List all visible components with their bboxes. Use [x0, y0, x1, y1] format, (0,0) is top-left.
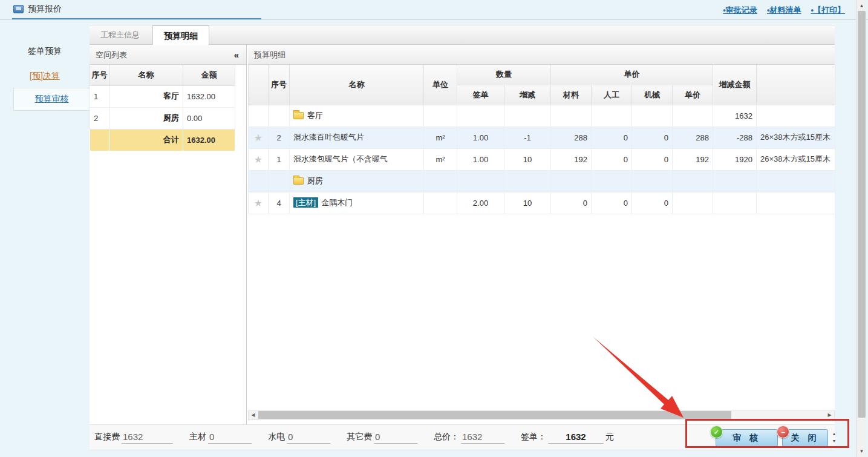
budget-detail-panel: 预算明细 序号 名称 单位 数量 单价 增减金额	[248, 45, 835, 424]
scroll-right-icon[interactable]: ▶	[825, 410, 834, 419]
group-name: 客厅	[307, 111, 323, 120]
approve-button[interactable]: ✓ 审 核	[716, 429, 778, 447]
main-material-label: 主材	[189, 432, 206, 444]
scroll-left-icon[interactable]: ◀	[249, 410, 258, 419]
space-no: 2	[90, 107, 109, 129]
sidebar-item-budget-review[interactable]: 预算审核	[13, 88, 90, 111]
spinner-up-icon[interactable]: ▲	[830, 430, 838, 438]
item-sign-qty: 1.00	[457, 148, 504, 170]
space-amount: 1632.00	[183, 85, 235, 107]
sidebar: 签单预算 [预]决算 预算审核	[0, 21, 90, 457]
col-unit-price: 单价	[673, 85, 713, 105]
scroll-down-icon[interactable]: ▼	[857, 447, 867, 456]
star-icon[interactable]: ★	[249, 127, 269, 148]
check-icon: ✓	[710, 426, 723, 438]
item-adjust-amount	[713, 192, 757, 214]
vertical-scrollbar[interactable]: ▲ ▼	[856, 0, 866, 457]
space-amount: 0.00	[183, 107, 235, 129]
item-labor: 0	[592, 148, 632, 170]
detail-header-row-1: 序号 名称 单位 数量 单价 增减金额	[249, 65, 835, 85]
tab-bar: 工程主信息 预算明细	[90, 25, 835, 45]
title-underline	[12, 18, 261, 19]
utilities-value: 0	[287, 432, 330, 444]
app-icon	[13, 5, 24, 13]
item-adjust-qty: 10	[504, 148, 551, 170]
item-sign-qty: 2.00	[457, 192, 504, 214]
utilities-field: 水电 0	[268, 432, 330, 444]
item-unit-price: 192	[673, 148, 713, 170]
space-no: 1	[90, 85, 109, 107]
item-adjust-amount: -288	[713, 127, 757, 148]
tab-budget-detail[interactable]: 预算明细	[152, 25, 209, 45]
material-list-link[interactable]: •材料清单	[767, 5, 801, 16]
total-price-field: 总价： 1632	[434, 432, 504, 444]
direct-fee-label: 直接费	[94, 432, 120, 444]
fee-summary: 直接费 1632 主材 0 水电 0 其它费 0 总价： 1632 签单： 16…	[94, 425, 614, 450]
item-machine: 0	[632, 148, 673, 170]
budget-detail-title: 预算明细	[254, 50, 286, 59]
space-list-title: 空间列表	[96, 50, 127, 59]
col-no: 序号	[90, 65, 109, 85]
item-no: 4	[269, 192, 290, 214]
vertical-scrollbar-thumb[interactable]	[858, 11, 866, 418]
item-sign-qty: 1.00	[457, 127, 504, 148]
col-no: 序号	[269, 65, 290, 105]
item-row[interactable]: ★ 1 混水漆包暖气片（不含暖气 m² 1.00 10 192 0 0 192 …	[249, 148, 835, 170]
other-fee-label: 其它费	[347, 432, 372, 444]
main-material-field: 主材 0	[189, 432, 252, 444]
sidebar-item-budget-review-label: 预算审核	[35, 94, 69, 105]
item-adjust-qty: -1	[504, 127, 551, 148]
total-price-label: 总价：	[434, 432, 459, 444]
col-group-qty: 数量	[457, 65, 551, 85]
item-remark	[757, 192, 835, 214]
footer-spinner[interactable]: ▲ ▼	[830, 430, 838, 446]
close-button[interactable]: － 关 闭	[782, 429, 828, 447]
horizontal-scrollbar[interactable]: ◀ ▶	[248, 410, 835, 420]
main-material-badge: [主材]	[293, 197, 318, 208]
utilities-label: 水电	[268, 432, 285, 444]
footer-bar: 直接费 1632 主材 0 水电 0 其它费 0 总价： 1632 签单： 16…	[90, 424, 835, 450]
item-remark: 26×38木方或15厘木	[757, 127, 835, 148]
panels: 空间列表 « 序号 名称 金额 1 客厅 1632.00 2 厨房	[90, 45, 835, 424]
budget-detail-header: 预算明细	[248, 45, 835, 65]
item-row[interactable]: ★ 4 [主材]金隅木门 2.00 10 0 0 0	[249, 192, 835, 214]
item-unit: m²	[424, 148, 457, 170]
budget-detail-table: 序号 名称 单位 数量 单价 增减金额 签单 增减 材料 人工 机械 单价	[248, 65, 835, 214]
approval-record-link[interactable]: •审批记录	[723, 5, 757, 16]
col-unit: 单位	[424, 65, 457, 105]
item-unit: m²	[424, 127, 457, 148]
sign-total-field: 签单： 1632 元	[521, 432, 614, 444]
item-row[interactable]: ★ 2 混水漆百叶包暖气片 m² 1.00 -1 288 0 0 288 -28…	[249, 127, 835, 148]
item-unit-price: 288	[673, 127, 713, 148]
col-remark	[757, 65, 835, 105]
group-row-living-room[interactable]: 客厅 1632	[249, 105, 835, 127]
col-amount: 金额	[183, 65, 235, 85]
horizontal-scrollbar-thumb[interactable]	[258, 411, 731, 419]
space-row-living-room[interactable]: 1 客厅 1632.00	[90, 85, 235, 107]
item-unit	[424, 192, 457, 214]
folder-icon	[293, 112, 304, 119]
group-row-kitchen[interactable]: 厨房	[249, 170, 835, 192]
total-price-value: 1632	[461, 432, 504, 444]
scroll-up-icon[interactable]: ▲	[857, 1, 867, 10]
item-labor: 0	[592, 192, 632, 214]
minus-icon: －	[777, 426, 789, 438]
collapse-panel-icon[interactable]: «	[234, 45, 239, 65]
space-total-amount: 1632.00	[183, 129, 235, 151]
item-labor: 0	[592, 127, 632, 148]
item-no: 2	[269, 127, 290, 148]
item-name: 金隅木门	[321, 198, 353, 207]
space-total-label: 合计	[109, 129, 183, 151]
star-icon[interactable]: ★	[249, 192, 269, 214]
star-icon[interactable]: ★	[249, 148, 269, 170]
print-link[interactable]: •【打印】	[811, 5, 845, 16]
space-total-row: 合计 1632.00	[90, 129, 235, 151]
item-material: 0	[551, 192, 592, 214]
tab-project-main-info[interactable]: 工程主信息	[90, 25, 151, 45]
space-row-kitchen[interactable]: 2 厨房 0.00	[90, 107, 235, 129]
spinner-down-icon[interactable]: ▼	[830, 438, 838, 445]
sidebar-item-pre-settlement[interactable]: [预]决算	[0, 71, 90, 82]
sidebar-item-sign-budget[interactable]: 签单预算	[0, 46, 90, 57]
item-machine: 0	[632, 127, 673, 148]
item-adjust-amount: 1920	[713, 148, 757, 170]
